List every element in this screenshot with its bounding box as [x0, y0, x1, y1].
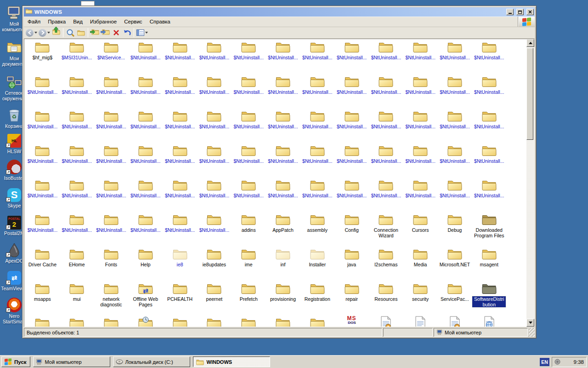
- scrollbar-thumb[interactable]: [526, 48, 533, 140]
- file-item[interactable]: Prefetch: [232, 282, 266, 316]
- file-item[interactable]: [197, 316, 232, 327]
- file-item[interactable]: l2schemas: [369, 247, 403, 282]
- file-item[interactable]: Cursors: [403, 213, 438, 247]
- file-item[interactable]: $NtUninstall...: [232, 75, 266, 109]
- file-item[interactable]: $NtUninstall...: [163, 213, 197, 247]
- vertical-scrollbar[interactable]: [526, 39, 534, 327]
- file-item[interactable]: $NtUninstall...: [369, 109, 403, 144]
- file-item[interactable]: ⇄ Offline Web Pages: [128, 282, 163, 316]
- file-item[interactable]: $NtUninstall...: [438, 178, 472, 213]
- file-item[interactable]: $NtUninstall...: [334, 144, 369, 178]
- file-item[interactable]: $NtUninstall...: [438, 109, 472, 144]
- scroll-up-button[interactable]: [526, 39, 534, 47]
- file-item[interactable]: $NtUninstall...: [232, 144, 266, 178]
- file-item[interactable]: $NtUninstall...: [94, 109, 129, 144]
- file-item[interactable]: $NtUninstall...: [25, 75, 60, 109]
- file-item[interactable]: [369, 316, 403, 327]
- file-item[interactable]: [163, 316, 197, 327]
- file-item[interactable]: $NtUninstall...: [266, 178, 300, 213]
- file-item[interactable]: $NtUninstall...: [403, 144, 438, 178]
- file-item[interactable]: $NtUninstall...: [472, 75, 506, 109]
- file-item[interactable]: Connection Wizard: [369, 213, 403, 247]
- file-item[interactable]: [438, 316, 472, 327]
- file-item[interactable]: $NtUninstall...: [197, 213, 232, 247]
- menu-item-1[interactable]: Правка: [44, 17, 69, 27]
- file-item[interactable]: mui: [60, 282, 94, 316]
- file-item[interactable]: $NtUninstall...: [438, 144, 472, 178]
- file-item[interactable]: $NtUninstall...: [300, 109, 334, 144]
- delete-button[interactable]: [111, 28, 121, 38]
- file-item[interactable]: $NtUninstall...: [300, 40, 334, 75]
- file-item[interactable]: ie8: [163, 247, 197, 282]
- file-item[interactable]: $NtUninstall...: [128, 178, 163, 213]
- taskbar-task-inactive[interactable]: Мой компьютер: [33, 356, 110, 367]
- file-item[interactable]: inf: [266, 247, 300, 282]
- menu-item-2[interactable]: Вид: [69, 17, 86, 27]
- minimize-button[interactable]: [506, 9, 514, 15]
- file-item[interactable]: $NtUninstall...: [197, 109, 232, 144]
- file-item[interactable]: $NtUninstall...: [94, 144, 129, 178]
- file-item[interactable]: Help: [128, 247, 163, 282]
- title-bar[interactable]: WINDOWS: [24, 7, 535, 17]
- file-item[interactable]: $NtUninstall...: [60, 75, 94, 109]
- file-item[interactable]: ServicePac...: [438, 282, 472, 316]
- file-item[interactable]: $NtUninstall...: [197, 75, 232, 109]
- file-item[interactable]: $NtUninstall...: [403, 75, 438, 109]
- file-item[interactable]: [94, 316, 129, 327]
- file-item[interactable]: $NtUninstall...: [197, 178, 232, 213]
- file-item[interactable]: $NtUninstall...: [197, 40, 232, 75]
- file-item[interactable]: java: [334, 247, 369, 282]
- file-item[interactable]: $NtUninstall...: [232, 109, 266, 144]
- file-item[interactable]: $NtUninstall...: [369, 178, 403, 213]
- taskbar-task-inactive[interactable]: Локальный диск (C:): [113, 356, 190, 367]
- file-item[interactable]: $NtUninstall...: [94, 178, 129, 213]
- file-item[interactable]: $NtUninstall...: [369, 75, 403, 109]
- file-item[interactable]: $NtUninstall...: [369, 144, 403, 178]
- file-item[interactable]: AppPatch: [266, 213, 300, 247]
- file-item[interactable]: ie8updates: [197, 247, 232, 282]
- file-item[interactable]: $NtUninstall...: [472, 40, 506, 75]
- copy-to-button[interactable]: [101, 28, 111, 38]
- move-to-button[interactable]: [90, 28, 100, 38]
- file-item[interactable]: Debug: [438, 213, 472, 247]
- file-item[interactable]: $NtUninstall...: [25, 178, 60, 213]
- file-item[interactable]: $NtUninstall...: [403, 178, 438, 213]
- file-item[interactable]: [403, 316, 438, 327]
- file-item[interactable]: Driver Cache: [25, 247, 60, 282]
- file-item[interactable]: $NtUninstall...: [300, 178, 334, 213]
- file-item[interactable]: Fonts: [94, 247, 129, 282]
- file-item[interactable]: EHome: [60, 247, 94, 282]
- file-item[interactable]: $NtUninstall...: [163, 40, 197, 75]
- file-item[interactable]: [300, 316, 334, 327]
- file-item[interactable]: $NtUninstall...: [25, 144, 60, 178]
- file-item[interactable]: security: [403, 282, 438, 316]
- file-item[interactable]: $NtUninstall...: [438, 40, 472, 75]
- file-item[interactable]: Resources: [369, 282, 403, 316]
- file-item[interactable]: [60, 316, 94, 327]
- file-item[interactable]: $NtUninstall...: [369, 40, 403, 75]
- menu-item-4[interactable]: Сервис: [120, 17, 146, 27]
- file-item[interactable]: assembly: [300, 213, 334, 247]
- language-indicator[interactable]: EN: [540, 358, 549, 366]
- undo-button[interactable]: [122, 28, 132, 38]
- forward-button[interactable]: [38, 28, 51, 38]
- file-item[interactable]: $NtUninstall...: [266, 75, 300, 109]
- file-item[interactable]: $NtService...: [94, 40, 129, 75]
- menu-item-0[interactable]: Файл: [24, 17, 44, 27]
- file-item[interactable]: $NtUninstall...: [300, 75, 334, 109]
- file-item[interactable]: Config: [334, 213, 369, 247]
- up-button[interactable]: [51, 28, 61, 38]
- file-item[interactable]: $NtUninstall...: [163, 144, 197, 178]
- file-item[interactable]: Microsoft.NET: [438, 247, 472, 282]
- file-item[interactable]: $NtUninstall...: [128, 75, 163, 109]
- file-item[interactable]: $NtUninstall...: [60, 178, 94, 213]
- menu-item-5[interactable]: Справка: [146, 17, 174, 27]
- scroll-down-button[interactable]: [526, 319, 534, 327]
- file-item[interactable]: $hf_mig$: [25, 40, 60, 75]
- file-item[interactable]: $NtUninstall...: [232, 178, 266, 213]
- file-item[interactable]: MSDOS: [334, 316, 369, 327]
- file-item[interactable]: $NtUninstall...: [60, 144, 94, 178]
- file-item[interactable]: peernet: [197, 282, 232, 316]
- file-item[interactable]: [232, 316, 266, 327]
- file-item[interactable]: $NtUninstall...: [266, 144, 300, 178]
